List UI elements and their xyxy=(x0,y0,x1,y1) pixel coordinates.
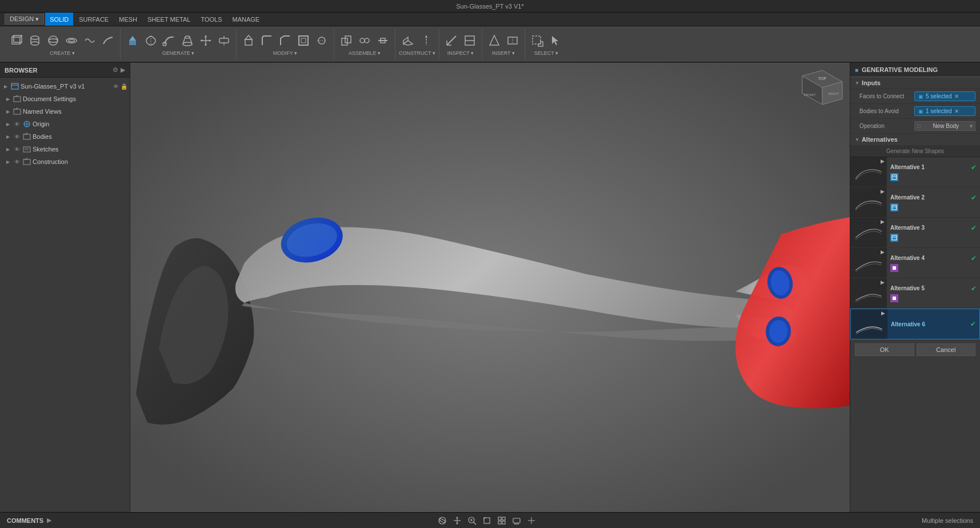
alt-5-icon[interactable] xyxy=(890,294,898,302)
tree-icon-docsettings xyxy=(13,95,21,103)
tree-item-root[interactable]: ▶ Sun-Glasses_PT v3 v1 👁 🔒 xyxy=(0,80,130,93)
inspect-section-icon[interactable] xyxy=(461,32,478,49)
tree-eye-construction[interactable]: 👁 xyxy=(13,158,21,166)
insert-label[interactable]: INSERT ▾ xyxy=(492,50,515,56)
browser-settings-icon[interactable]: ⚙ xyxy=(113,66,118,74)
svg-point-11 xyxy=(66,38,77,43)
alternative-1[interactable]: ▶ Alternative 1 ✔ xyxy=(850,157,980,187)
generate-sweep-icon[interactable] xyxy=(161,32,178,49)
tree-eye-sketches[interactable]: 👁 xyxy=(13,145,21,153)
alt-2-check: ✔ xyxy=(971,194,977,202)
select-cursor-icon[interactable] xyxy=(547,32,564,49)
tree-eye-origin[interactable]: 👁 xyxy=(13,120,21,128)
construct-label[interactable]: CONSTRUCT ▾ xyxy=(399,50,435,56)
browser-expand-icon[interactable]: ▶ xyxy=(121,66,125,74)
assemble-label[interactable]: ASSEMBLE ▾ xyxy=(349,50,381,56)
modify-label[interactable]: MODIFY ▾ xyxy=(273,50,297,56)
menu-solid[interactable]: SOLID xyxy=(45,13,73,26)
generate-shapes-btn[interactable]: Generate New Shapes xyxy=(850,146,980,157)
insert-canvas-icon[interactable] xyxy=(504,32,521,49)
generate-revolve-icon[interactable] xyxy=(142,32,159,49)
pan-icon[interactable] xyxy=(451,514,463,527)
alternative-2[interactable]: ▶ Alternative 2 ✔ xyxy=(850,187,980,218)
select-window-icon[interactable] xyxy=(529,32,546,49)
tree-eye-bodies[interactable]: 👁 xyxy=(13,133,21,141)
inspect-label[interactable]: INSPECT ▾ xyxy=(447,50,474,56)
create-torus-icon[interactable] xyxy=(63,32,80,49)
generate-align-icon[interactable] xyxy=(215,32,233,49)
select-label[interactable]: SELECT ▾ xyxy=(534,50,558,56)
tree-item-origin[interactable]: ▶ 👁 Origin xyxy=(0,118,130,130)
alt-1-icon[interactable] xyxy=(890,173,898,181)
assemble-joint-icon[interactable] xyxy=(356,32,373,49)
alternatives-section-header[interactable]: ▼ Alternatives xyxy=(850,134,980,146)
modify-chamfer-icon[interactable] xyxy=(277,32,294,49)
tree-item-bodies[interactable]: ▶ 👁 Bodies xyxy=(0,130,130,143)
create-coil-icon[interactable] xyxy=(81,32,98,49)
tree-item-construction[interactable]: ▶ 👁 Construction xyxy=(0,155,130,168)
alternative-3[interactable]: ▶ Alternative 3 ✔ xyxy=(850,218,980,248)
construct-plane-icon[interactable] xyxy=(399,32,417,49)
ok-button[interactable]: OK xyxy=(855,343,914,356)
create-pipe-icon[interactable] xyxy=(99,32,117,49)
menu-sheet-metal[interactable]: SHEET METAL xyxy=(143,13,195,26)
zoom-icon[interactable] xyxy=(466,514,478,527)
tree-item-sketches[interactable]: ▶ 👁 Sketches xyxy=(0,143,130,155)
modify-fillet-icon[interactable] xyxy=(258,32,275,49)
bodies-to-avoid-close[interactable]: ✕ xyxy=(954,108,959,114)
generate-move-icon[interactable] xyxy=(197,32,214,49)
alt-4-icon[interactable] xyxy=(890,264,898,272)
alt-3-thumbnail: ▶ xyxy=(850,218,887,247)
create-cylinder-icon[interactable] xyxy=(26,32,43,49)
view-cube[interactable]: TOP FRONT RIGHT xyxy=(799,67,845,107)
faces-to-connect-chip[interactable]: ▣ 5 selected ✕ xyxy=(914,91,975,101)
create-label[interactable]: CREATE ▾ xyxy=(50,50,74,56)
generate-loft-icon[interactable] xyxy=(179,32,196,49)
operation-arrow: ▾ xyxy=(970,123,973,129)
menu-tools[interactable]: TOOLS xyxy=(196,13,226,26)
svg-marker-25 xyxy=(200,39,202,42)
viewport[interactable]: TOP FRONT RIGHT xyxy=(130,63,850,512)
inputs-section-header[interactable]: ▼ Inputs xyxy=(850,77,980,89)
operation-dropdown[interactable]: □ New Body ▾ xyxy=(914,121,975,131)
display-icon[interactable] xyxy=(510,514,523,527)
svg-rect-91 xyxy=(892,235,897,240)
create-box-icon[interactable] xyxy=(8,32,25,49)
modify-press-icon[interactable] xyxy=(240,32,257,49)
generate-label[interactable]: GENERATE ▾ xyxy=(162,50,194,56)
alt-6-label: Alternative 6 xyxy=(891,321,968,327)
tree-lock-root[interactable]: 🔒 xyxy=(121,83,127,90)
fit-icon[interactable] xyxy=(481,514,493,527)
alt-3-icon[interactable] xyxy=(890,234,898,242)
insert-decal-icon[interactable] xyxy=(486,32,503,49)
menu-mesh[interactable]: MESH xyxy=(114,13,142,26)
tree-item-docsettings[interactable]: ▶ Document Settings xyxy=(0,93,130,105)
tree-eye-root[interactable]: 👁 xyxy=(113,83,119,90)
menu-surface[interactable]: SURFACE xyxy=(74,13,113,26)
assemble-new-icon[interactable] xyxy=(338,32,355,49)
faces-to-connect-close[interactable]: ✕ xyxy=(954,93,959,99)
svg-marker-26 xyxy=(209,39,211,42)
menu-manage[interactable]: MANAGE xyxy=(227,13,264,26)
svg-marker-100 xyxy=(456,523,458,525)
generate-extrude-icon[interactable] xyxy=(124,32,141,49)
view-mode-icon[interactable] xyxy=(495,514,508,527)
create-sphere-icon[interactable] xyxy=(45,32,62,49)
inspect-measure-icon[interactable] xyxy=(443,32,460,49)
alt-2-icon[interactable] xyxy=(890,203,898,211)
tree-item-namedviews[interactable]: ▶ Named Views xyxy=(0,105,130,118)
assemble-rigid-icon[interactable] xyxy=(374,32,391,49)
modify-shell-icon[interactable] xyxy=(295,32,312,49)
svg-rect-93 xyxy=(893,266,896,270)
construct-axis-icon[interactable] xyxy=(418,32,435,49)
alternative-5[interactable]: ▶ Alternative 5 ✔ xyxy=(850,278,980,309)
modify-scale-icon[interactable] xyxy=(313,32,330,49)
alternative-4[interactable]: ▶ Alternative 4 ✔ xyxy=(850,248,980,278)
design-dropdown[interactable]: DESIGN ▾ xyxy=(5,14,44,25)
alternative-6[interactable]: ▶ Alternative 6 ✔ xyxy=(850,309,980,339)
comments-expand-icon[interactable]: ▶ xyxy=(47,517,51,524)
bodies-to-avoid-chip[interactable]: ▣ 1 selected ✕ xyxy=(914,106,975,116)
grid-icon[interactable] xyxy=(525,514,538,527)
cancel-button[interactable]: Cancel xyxy=(917,343,976,356)
orbit-icon[interactable] xyxy=(436,514,449,527)
